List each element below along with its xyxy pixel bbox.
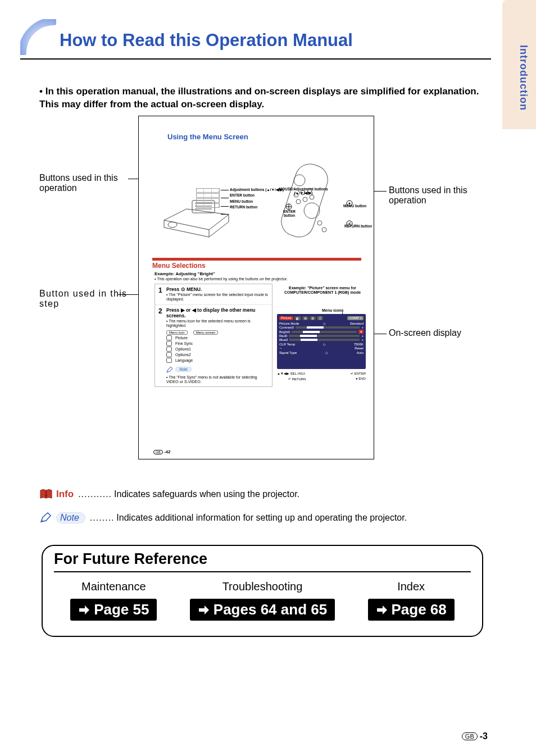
info-book-icon xyxy=(39,489,53,500)
menu-button-icon xyxy=(346,199,353,207)
future-reference-box: For Future Reference Maintenance Page 55… xyxy=(42,545,483,637)
heading-title: How to Read this Operation Manual xyxy=(60,30,491,51)
svg-rect-23 xyxy=(46,494,47,497)
legend-info-row: Info ........... Indicates safeguards wh… xyxy=(39,489,485,500)
menu-row-icon xyxy=(166,352,172,357)
future-col-troubleshooting: Troubleshooting Pages 64 and 65 xyxy=(190,580,335,621)
heading-rule xyxy=(20,58,491,60)
osd-foot-enter: ↵ ENTER xyxy=(351,371,366,375)
steps-column: 1 Press ⊙ MENU. • The "Picture" menu scr… xyxy=(155,284,272,387)
svg-point-11 xyxy=(296,199,301,204)
arrow-right-icon xyxy=(376,604,388,616)
osd-row-key: Contrast xyxy=(279,326,292,329)
heading-curve-icon xyxy=(20,19,56,55)
osd-footer-2: ↶ RETURN ● END xyxy=(288,377,366,381)
svg-point-6 xyxy=(294,175,305,186)
legend-info-text: Indicates safeguards when using the proj… xyxy=(114,489,299,499)
step-2-sub: • The menu icon for the selected menu sc… xyxy=(166,319,269,329)
table-cell: Fine Sync xyxy=(175,341,193,345)
legend-note-text: Indicates additional information for set… xyxy=(116,513,407,523)
osd-row-key: Signal Type xyxy=(279,351,297,354)
osd-tab-icon: ◧ xyxy=(294,316,301,320)
osd-foot-sel: ▲▼◀▶ SEL./ADJ. xyxy=(277,371,306,375)
label-mouse-adjustment: MOUSE/Adjustment buttons (▲/▼/◀/▶) xyxy=(278,187,329,195)
future-sub: Maintenance xyxy=(70,580,157,593)
osd-screen: Picture ◧ ⚙ ⚙ ☰ COMP 1 Picture Mode◇Stan… xyxy=(277,314,366,369)
osd-foot-return: RETURN xyxy=(292,377,306,381)
table-row: Fine Sync xyxy=(166,341,269,346)
svg-point-12 xyxy=(303,197,307,202)
osd-row-val: Standard xyxy=(350,322,364,325)
table-row: Options2 xyxy=(166,352,269,357)
osd-row-key: Bright xyxy=(279,330,288,334)
svg-point-7 xyxy=(304,203,320,218)
osd-tab-icon: ⚙ xyxy=(310,316,316,320)
table-row: Picture xyxy=(166,335,269,340)
step-2-number: 2 xyxy=(158,307,166,385)
step-2: 2 Press ▶ or ◀ to display the other menu… xyxy=(155,304,272,387)
enter-button-icon xyxy=(285,203,293,211)
step-1-sub: • The "Picture" menu screen for the sele… xyxy=(166,293,269,302)
sample-page: Adjustment buttons (▲/▼/◀/▶) ENTER butto… xyxy=(138,116,374,459)
future-reference-title: For Future Reference xyxy=(54,550,471,572)
future-link-maintenance[interactable]: Page 55 xyxy=(70,599,157,621)
future-sub: Index xyxy=(368,580,455,593)
example-right: Example: "Picture" screen menu for COMPU… xyxy=(278,286,367,295)
intro-bullet: • In this operation manual, the illustra… xyxy=(39,85,485,111)
note-pen-icon xyxy=(39,512,53,523)
osd-row-val: 7500K xyxy=(354,343,364,346)
table-cell: Options1 xyxy=(175,347,191,351)
sample-illustration: Adjustment buttons (▲/▼/◀/▶) ENTER butto… xyxy=(150,150,364,251)
osd-tab-icon: ☰ xyxy=(317,316,323,320)
menu-row-icon xyxy=(166,341,172,346)
sample-page-number: GB -42 xyxy=(153,449,170,454)
future-link-label: Page 55 xyxy=(94,601,149,618)
svg-point-14 xyxy=(317,221,322,225)
example-sub: • This operation can also be performed b… xyxy=(155,277,288,281)
menu-selections-title: Menu Selections xyxy=(152,262,361,270)
osd-input-badge: COMP 1 xyxy=(347,316,364,320)
table-cell: Options2 xyxy=(175,353,191,357)
legend: Info ........... Indicates safeguards wh… xyxy=(39,489,485,536)
future-link-label: Pages 64 and 65 xyxy=(214,601,327,618)
projector-button-panel xyxy=(196,188,220,214)
menu-row-icon xyxy=(166,347,172,352)
menu-row-icon xyxy=(166,335,172,340)
step-2-lead: Press ▶ or ◀ to display the other menu s… xyxy=(166,307,269,318)
svg-point-15 xyxy=(322,227,326,232)
osd-footer: ▲▼◀▶ SEL./ADJ. ↵ ENTER xyxy=(277,371,366,375)
osd-row-key: Red xyxy=(279,334,285,338)
future-col-index: Index Page 68 xyxy=(368,580,455,621)
osd-row-val: 0 xyxy=(285,334,287,338)
table-row: Language xyxy=(166,358,269,363)
step-1-lead: Press ⊙ MENU. xyxy=(166,286,269,292)
table-header-screen: Menu screen xyxy=(193,330,219,335)
future-link-index[interactable]: Page 68 xyxy=(368,599,455,621)
osd-row-key: CLR Temp xyxy=(279,343,295,346)
side-tab: Introduction xyxy=(502,0,536,756)
osd-row-key: Blue xyxy=(279,338,286,341)
future-col-maintenance: Maintenance Page 55 xyxy=(70,580,157,621)
osd-row-val: 0 xyxy=(286,338,288,341)
dots: ........ xyxy=(90,513,115,523)
osd-tab-icon: ⚙ xyxy=(302,316,308,320)
future-link-troubleshooting[interactable]: Pages 64 and 65 xyxy=(190,599,335,621)
return-button-icon xyxy=(346,220,353,227)
osd-foot-end: ● END xyxy=(356,377,366,381)
example-line: Example: Adjusting "Bright" xyxy=(155,271,215,276)
callout-osd: On-screen display xyxy=(389,328,496,338)
arrow-right-icon xyxy=(78,604,90,616)
label-remote-enter: ENTER button xyxy=(278,210,301,217)
leader-line xyxy=(221,214,229,215)
page-num: -3 xyxy=(480,731,488,741)
remote-icon xyxy=(268,156,352,245)
menu-row-icon xyxy=(166,358,172,363)
osd-row-val: Auto xyxy=(357,351,364,354)
step-1: 1 Press ⊙ MENU. • The "Picture" menu scr… xyxy=(155,284,272,304)
table-header-icon: Menu icon xyxy=(166,330,188,335)
callout-buttons-used-left: Buttons used in this operation xyxy=(39,173,140,193)
menu-icon-table: Menu icon Menu screen Picture Fine Sync … xyxy=(166,330,269,363)
step-note-tag: Note xyxy=(175,367,192,372)
legend-info-tag: Info xyxy=(56,489,74,500)
svg-rect-22 xyxy=(46,491,47,493)
